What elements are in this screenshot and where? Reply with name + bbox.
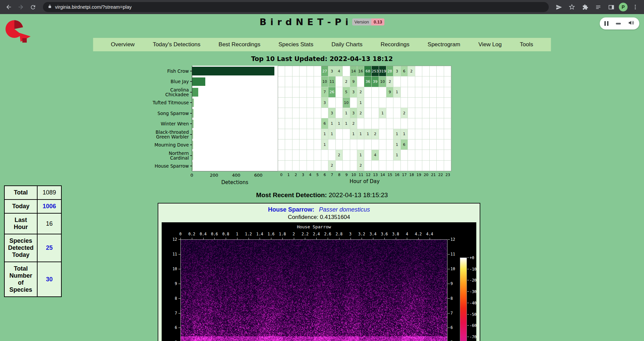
heatmap-cell [430, 161, 437, 171]
profile-avatar[interactable]: P [619, 3, 628, 11]
nav-item-spectrogram[interactable]: Spectrogram [419, 38, 469, 51]
reload-button[interactable] [28, 2, 38, 12]
species-bar [192, 120, 194, 128]
stat-value[interactable]: 30 [37, 262, 61, 297]
species-name: Song Sparrow [157, 111, 189, 116]
hour-axis-tick: 6 [321, 173, 328, 177]
hour-axis-tick: 10 [350, 173, 358, 177]
heatmap-cell [314, 139, 321, 150]
heatmap-cell [357, 76, 364, 87]
heatmap-cell [321, 150, 328, 160]
bookmark-star-icon[interactable] [567, 2, 577, 12]
heatmap-cell [379, 150, 386, 160]
heatmap-cell [430, 66, 437, 76]
heatmap-cell [437, 108, 444, 118]
heatmap-cell [314, 118, 321, 129]
nav-item-overview[interactable]: Overview [102, 38, 144, 51]
heatmap-cell [364, 118, 371, 129]
heatmap-cell [336, 129, 343, 139]
detection-scientific-name-link[interactable]: Passer domesticus [319, 206, 370, 213]
nav-item-today-s-detections[interactable]: Today's Detections [144, 38, 209, 51]
heatmap-cell [300, 161, 307, 171]
audio-player [600, 17, 639, 30]
heatmap-cell [430, 98, 437, 108]
time-tick-label: 4.4 [426, 232, 433, 236]
heatmap-cell: 5 [343, 87, 350, 98]
heatmap-cell [307, 118, 314, 129]
colorbar-tick [467, 303, 469, 303]
nav-item-species-stats[interactable]: Species Stats [269, 38, 322, 51]
heatmap-cell [307, 108, 314, 118]
stat-value[interactable]: 1006 [37, 200, 61, 213]
heatmap-cell [285, 108, 292, 118]
heatmap-cell [343, 66, 350, 76]
time-tick-label: 1 [236, 232, 238, 236]
heatmap-cell [415, 139, 422, 150]
send-icon[interactable] [553, 2, 564, 12]
hour-axis-tick: 9 [343, 173, 350, 177]
species-label-row: Carolina Chickadee [148, 87, 192, 98]
colorbar-tick-label: -50 [470, 312, 477, 317]
volume-button[interactable] [628, 19, 635, 27]
heatmap-cell [372, 118, 379, 129]
hour-axis-tick: 1 [285, 173, 292, 177]
heatmap-cell [307, 66, 314, 76]
chart-bar-xlabel: Detections [192, 179, 278, 185]
freq-tick-label: 6 [450, 325, 453, 330]
colorbar-tick-label: +0 [470, 255, 474, 260]
heatmap-cell [393, 98, 400, 108]
nav-item-best-recordings[interactable]: Best Recordings [210, 38, 270, 51]
forward-button[interactable] [15, 2, 26, 12]
heatmap-cell [364, 98, 371, 108]
colorbar-tick [467, 325, 469, 326]
menu-kebab-icon[interactable] [630, 2, 641, 12]
nav-item-recordings[interactable]: Recordings [372, 38, 419, 51]
heatmap-cell: 3 [393, 66, 400, 76]
heatmap-cell: 6 [401, 139, 408, 150]
extensions-puzzle-icon[interactable] [580, 2, 590, 12]
nav-item-daily-charts[interactable]: Daily Charts [322, 38, 372, 51]
heatmap-cell [444, 87, 451, 98]
stat-label: Species Detected Today [4, 234, 37, 262]
freq-tick [448, 284, 450, 284]
heatmap-cell [300, 108, 307, 118]
url-bar[interactable]: virginia.birdnetpi.com/?stream=play [43, 2, 549, 12]
heatmap-cell: 1 [379, 108, 386, 118]
heatmap-cell: 1 [343, 118, 350, 129]
nav-item-tools[interactable]: Tools [511, 38, 542, 51]
heatmap-cell: 1 [350, 129, 357, 139]
pause-button[interactable] [604, 21, 608, 26]
freq-tick [448, 328, 450, 328]
detection-common-name-link[interactable]: House Sparrow: [268, 206, 314, 213]
heatmap-cell [415, 87, 422, 98]
heatmap-cell [444, 150, 451, 160]
species-bar [192, 130, 193, 139]
nav-item-view-log[interactable]: View Log [469, 38, 511, 51]
heatmap-cell [422, 76, 429, 87]
hour-axis-tick: 19 [415, 173, 423, 177]
side-panel-icon[interactable] [606, 2, 616, 12]
heatmap-cell [300, 98, 307, 108]
list-icon[interactable] [593, 2, 603, 12]
hour-axis-tick: 14 [379, 173, 386, 177]
colorbar-tick [467, 337, 469, 337]
freq-tick [178, 254, 180, 254]
heatmap-cell: 11 [328, 76, 335, 87]
heatmap-cell [408, 139, 415, 150]
heatmap-cell: 1 [328, 118, 335, 129]
heatmap-cell: 1 [321, 129, 328, 139]
heatmap-cell [350, 98, 357, 108]
stat-label: Total Number of Species [4, 262, 37, 297]
heatmap-cell [379, 98, 386, 108]
time-tick-label: 2 [292, 232, 295, 236]
heatmap-cell [328, 139, 335, 150]
seek-handle[interactable] [616, 23, 621, 24]
heatmap-cell [307, 139, 314, 150]
stat-value[interactable]: 25 [37, 234, 61, 262]
colorbar-tick [467, 291, 469, 292]
heatmap-cell [386, 98, 393, 108]
heatmap-cell [401, 118, 408, 129]
heatmap-cell [372, 161, 379, 171]
heatmap-cell [307, 129, 314, 139]
back-button[interactable] [3, 2, 14, 12]
